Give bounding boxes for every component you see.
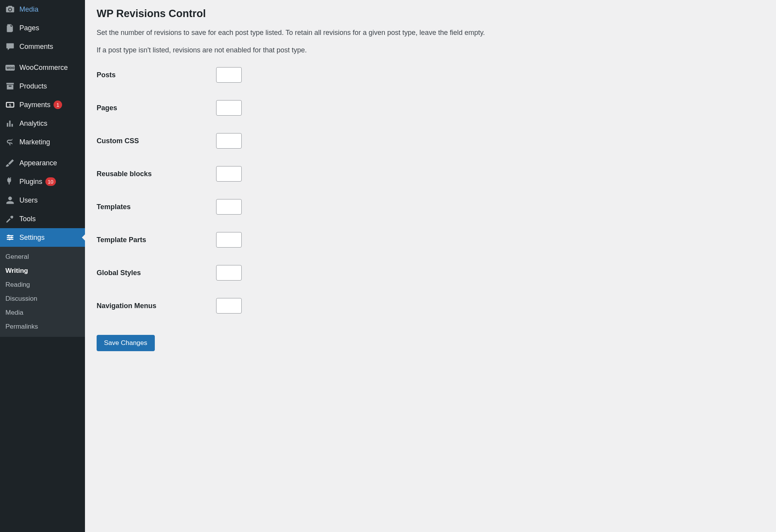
sidebar-item-label: Products xyxy=(19,82,47,90)
submenu-item-media[interactable]: Media xyxy=(0,306,85,320)
save-changes-button[interactable]: Save Changes xyxy=(97,335,155,351)
field-label: Posts xyxy=(97,71,216,79)
custom-css-input[interactable] xyxy=(216,133,242,149)
svg-point-5 xyxy=(9,238,10,240)
sidebar-item-plugins[interactable]: Plugins 10 xyxy=(0,172,85,191)
sidebar-item-payments[interactable]: $ Payments 1 xyxy=(0,95,85,114)
sidebar-item-appearance[interactable]: Appearance xyxy=(0,154,85,172)
field-label: Templates xyxy=(97,203,216,211)
submenu-item-writing[interactable]: Writing xyxy=(0,264,85,278)
woo-icon: woo xyxy=(5,63,15,72)
sidebar-item-label: WooCommerce xyxy=(19,64,68,72)
sidebar-item-products[interactable]: Products xyxy=(0,77,85,95)
submenu-item-discussion[interactable]: Discussion xyxy=(0,292,85,306)
posts-input[interactable] xyxy=(216,67,242,83)
svg-text:$: $ xyxy=(9,103,11,107)
comment-icon xyxy=(5,42,15,51)
camera-icon xyxy=(5,5,15,14)
pages-input[interactable] xyxy=(216,100,242,116)
svg-point-0 xyxy=(7,7,8,8)
field-label: Custom CSS xyxy=(97,137,216,145)
wrench-icon xyxy=(5,214,15,224)
sidebar-item-comments[interactable]: Comments xyxy=(0,37,85,56)
sidebar-item-label: Appearance xyxy=(19,159,57,167)
user-icon xyxy=(5,196,15,205)
page-desc-1: Set the number of revisions to save for … xyxy=(97,28,764,38)
field-label: Reusable blocks xyxy=(97,170,216,178)
page-desc-2: If a post type isn't listed, revisions a… xyxy=(97,45,764,55)
global-styles-input[interactable] xyxy=(216,265,242,281)
pages-icon xyxy=(5,23,15,33)
svg-point-4 xyxy=(10,237,12,239)
main-content: WP Revisions Control Set the number of r… xyxy=(85,0,776,532)
field-template-parts: Template Parts xyxy=(97,232,764,248)
field-navigation-menus: Navigation Menus xyxy=(97,298,764,314)
field-label: Pages xyxy=(97,104,216,112)
template-parts-input[interactable] xyxy=(216,232,242,248)
svg-point-3 xyxy=(8,235,10,237)
sidebar-item-users[interactable]: Users xyxy=(0,191,85,210)
submenu-item-permalinks[interactable]: Permalinks xyxy=(0,320,85,334)
field-posts: Posts xyxy=(97,67,764,83)
money-icon: $ xyxy=(5,100,15,109)
sidebar-item-label: Media xyxy=(19,5,38,14)
revisions-form: Posts Pages Custom CSS Reusable blocks T… xyxy=(97,67,764,314)
page-title: WP Revisions Control xyxy=(97,8,764,20)
field-pages: Pages xyxy=(97,100,764,116)
field-reusable-blocks: Reusable blocks xyxy=(97,166,764,182)
field-label: Global Styles xyxy=(97,269,216,277)
sidebar-item-pages[interactable]: Pages xyxy=(0,19,85,37)
sidebar-item-settings[interactable]: Settings xyxy=(0,228,85,247)
chart-icon xyxy=(5,119,15,128)
badge: 1 xyxy=(54,101,62,109)
reusable-blocks-input[interactable] xyxy=(216,166,242,182)
field-label: Navigation Menus xyxy=(97,302,216,310)
sidebar-item-tools[interactable]: Tools xyxy=(0,210,85,228)
field-global-styles: Global Styles xyxy=(97,265,764,281)
sidebar-item-woocommerce[interactable]: woo WooCommerce xyxy=(0,58,85,77)
sidebar-item-label: Users xyxy=(19,196,38,204)
sidebar-item-label: Plugins xyxy=(19,178,42,186)
sidebar-item-marketing[interactable]: Marketing xyxy=(0,133,85,151)
brush-icon xyxy=(5,158,15,168)
plug-icon xyxy=(5,177,15,186)
field-custom-css: Custom CSS xyxy=(97,133,764,149)
field-label: Template Parts xyxy=(97,236,216,244)
sidebar-item-media[interactable]: Media xyxy=(0,0,85,19)
templates-input[interactable] xyxy=(216,199,242,215)
settings-submenu: General Writing Reading Discussion Media… xyxy=(0,247,85,337)
submenu-item-reading[interactable]: Reading xyxy=(0,278,85,292)
sidebar-item-label: Pages xyxy=(19,24,39,32)
admin-sidebar: Media Pages Comments woo WooCommerce Pro… xyxy=(0,0,85,532)
archive-icon xyxy=(5,81,15,91)
sliders-icon xyxy=(5,233,15,242)
sidebar-item-label: Analytics xyxy=(19,120,47,128)
sidebar-item-label: Payments xyxy=(19,101,50,109)
badge: 10 xyxy=(45,177,55,186)
sidebar-item-label: Marketing xyxy=(19,138,50,146)
sidebar-item-label: Settings xyxy=(19,234,45,242)
sidebar-item-label: Tools xyxy=(19,215,36,223)
sidebar-item-label: Comments xyxy=(19,43,53,51)
field-templates: Templates xyxy=(97,199,764,215)
megaphone-icon xyxy=(5,137,15,147)
navigation-menus-input[interactable] xyxy=(216,298,242,314)
sidebar-item-analytics[interactable]: Analytics xyxy=(0,114,85,133)
submenu-item-general[interactable]: General xyxy=(0,250,85,264)
